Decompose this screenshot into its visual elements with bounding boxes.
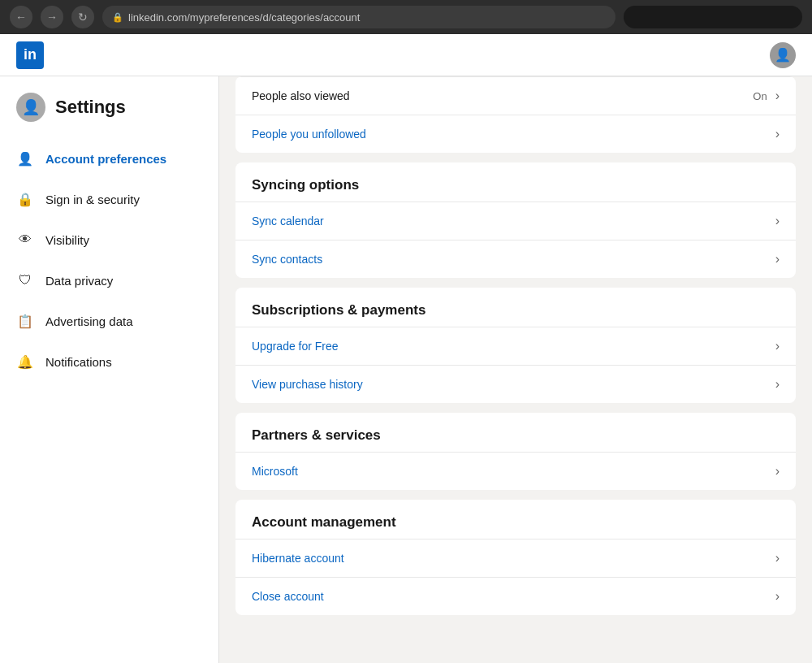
item-hibernate-account[interactable]: Hibernate account›	[235, 539, 796, 577]
address-bar[interactable]: 🔒 linkedin.com/mypreferences/d/categorie…	[102, 6, 615, 28]
section-header-syncing-options: Syncing options	[235, 162, 796, 202]
browser-bar: ← → ↻ 🔒 linkedin.com/mypreferences/d/cat…	[0, 0, 812, 34]
nav-label-data-privacy: Data privacy	[45, 274, 113, 288]
item-link-hibernate-account[interactable]: Hibernate account	[252, 552, 344, 565]
item-link-close-account[interactable]: Close account	[252, 590, 324, 603]
sidebar-item-sign-in-security[interactable]: 🔒 Sign in & security	[0, 179, 218, 219]
sidebar-item-data-privacy[interactable]: 🛡 Data privacy	[0, 260, 218, 301]
section-partners-services: Partners & servicesMicrosoft›	[235, 413, 796, 490]
section-header-subscriptions-payments: Subscriptions & payments	[235, 288, 796, 327]
sidebar-item-visibility[interactable]: 👁 Visibility	[0, 219, 218, 260]
arrow-icon-sync-calendar: ›	[775, 214, 780, 228]
item-label-people-also-viewed: People also viewed	[252, 89, 350, 102]
sidebar-nav: 👤 Account preferences 🔒 Sign in & securi…	[0, 138, 218, 382]
item-people-also-viewed[interactable]: People also viewedOn›	[235, 76, 796, 115]
item-link-people-you-unfollowed[interactable]: People you unfollowed	[252, 128, 366, 141]
section-account-management: Account managementHibernate account› Clo…	[235, 500, 796, 615]
back-button[interactable]: ←	[10, 6, 32, 28]
nav-label-visibility: Visibility	[45, 233, 89, 247]
nav-icon-account-preferences: 👤	[16, 150, 34, 167]
item-link-upgrade-for-free[interactable]: Upgrade for Free	[252, 340, 339, 353]
settings-avatar-icon: 👤	[16, 93, 45, 122]
item-link-view-purchase-history[interactable]: View purchase history	[252, 378, 363, 391]
arrow-icon-hibernate-account: ›	[775, 551, 780, 566]
settings-title: Settings	[55, 97, 126, 118]
main-layout: 👤 Settings 👤 Account preferences 🔒 Sign …	[0, 76, 812, 663]
content-sections: People also viewedOn›People you unfollow…	[235, 76, 796, 615]
nav-icon-sign-in-security: 🔒	[16, 190, 34, 208]
nav-icon-data-privacy: 🛡	[16, 271, 34, 289]
item-microsoft[interactable]: Microsoft›	[235, 452, 796, 490]
section-subscriptions-payments: Subscriptions & paymentsUpgrade for Free…	[235, 288, 796, 403]
nav-label-sign-in-security: Sign in & security	[45, 193, 140, 206]
section-syncing-options: Syncing optionsSync calendar›Sync contac…	[235, 162, 796, 278]
linkedin-header: in 👤	[0, 34, 812, 76]
item-upgrade-for-free[interactable]: Upgrade for Free›	[235, 327, 796, 365]
section-header-partners-services: Partners & services	[235, 413, 796, 452]
arrow-icon-view-purchase-history: ›	[775, 377, 780, 392]
arrow-icon-people-you-unfollowed: ›	[775, 127, 780, 141]
item-sync-contacts[interactable]: Sync contacts›	[235, 240, 796, 278]
arrow-icon-microsoft: ›	[775, 464, 780, 479]
sidebar-item-notifications[interactable]: 🔔 Notifications	[0, 341, 218, 382]
item-sync-calendar[interactable]: Sync calendar›	[235, 202, 796, 240]
arrow-icon-close-account: ›	[775, 589, 780, 604]
sidebar: 👤 Settings 👤 Account preferences 🔒 Sign …	[0, 76, 219, 663]
section-header-account-management: Account management	[235, 500, 796, 539]
arrow-icon-people-also-viewed: ›	[775, 89, 780, 103]
header-avatar[interactable]: 👤	[770, 42, 796, 68]
nav-label-account-preferences: Account preferences	[45, 152, 166, 166]
item-close-account[interactable]: Close account›	[235, 577, 796, 615]
item-people-you-unfollowed[interactable]: People you unfollowed›	[235, 115, 796, 153]
linkedin-logo[interactable]: in	[16, 41, 44, 69]
section-browsing: People also viewedOn›People you unfollow…	[235, 76, 796, 153]
settings-title-area: 👤 Settings	[0, 93, 218, 138]
nav-icon-advertising-data: 📋	[16, 312, 34, 330]
search-bar[interactable]	[624, 6, 802, 28]
item-view-purchase-history[interactable]: View purchase history›	[235, 365, 796, 403]
item-status-people-also-viewed: On	[753, 90, 767, 102]
sidebar-item-advertising-data[interactable]: 📋 Advertising data	[0, 301, 218, 341]
content-area: People also viewedOn›People you unfollow…	[219, 76, 812, 663]
nav-label-advertising-data: Advertising data	[45, 314, 133, 328]
forward-button[interactable]: →	[41, 6, 63, 28]
lock-icon: 🔒	[112, 12, 123, 23]
nav-icon-visibility: 👁	[16, 231, 34, 249]
item-link-sync-calendar[interactable]: Sync calendar	[252, 214, 324, 228]
refresh-button[interactable]: ↻	[71, 6, 94, 28]
item-link-sync-contacts[interactable]: Sync contacts	[252, 253, 322, 266]
sidebar-item-account-preferences[interactable]: 👤 Account preferences	[0, 138, 218, 179]
nav-label-notifications: Notifications	[45, 355, 112, 369]
nav-icon-notifications: 🔔	[16, 353, 34, 370]
arrow-icon-sync-contacts: ›	[775, 252, 780, 266]
arrow-icon-upgrade-for-free: ›	[775, 339, 780, 353]
item-link-microsoft[interactable]: Microsoft	[252, 465, 298, 478]
